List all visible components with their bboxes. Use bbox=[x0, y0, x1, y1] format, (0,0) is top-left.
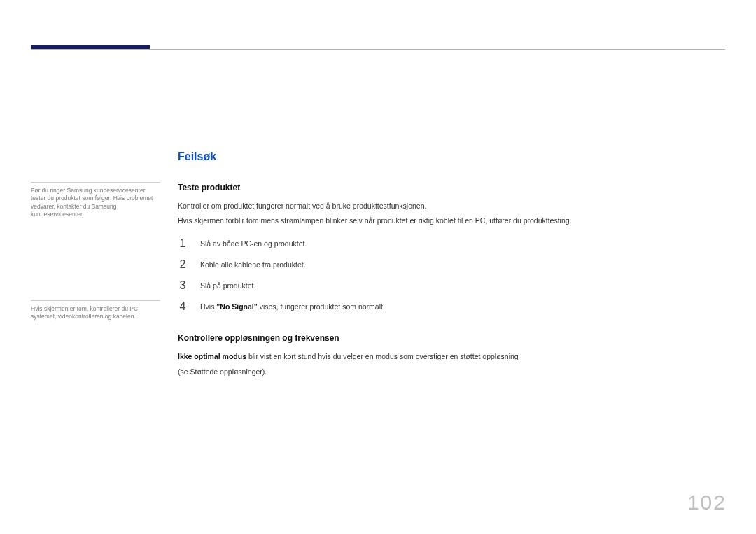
step-item: 2 Koble alle kablene fra produktet. bbox=[178, 259, 725, 270]
step-item: 3 Slå på produktet. bbox=[178, 280, 725, 291]
header-rule bbox=[31, 49, 725, 50]
sidebar-note-text: Før du ringer Samsung kundeservicesenter… bbox=[31, 187, 153, 218]
step-list: 1 Slå av både PC-en og produktet. 2 Kobl… bbox=[178, 238, 725, 312]
step-text-suffix: vises, fungerer produktet som normalt. bbox=[258, 302, 385, 311]
body-paragraph: Hvis skjermen forblir tom mens strømlamp… bbox=[178, 216, 725, 227]
step-item: 1 Slå av både PC-en og produktet. bbox=[178, 238, 725, 249]
step-number: 4 bbox=[178, 301, 188, 312]
body-paragraph: Kontroller om produktet fungerer normalt… bbox=[178, 201, 725, 212]
main-content: Feilsøk Teste produktet Kontroller om pr… bbox=[178, 150, 725, 378]
sidebar-note-text: Hvis skjermen er tom, kontrollerer du PC… bbox=[31, 305, 140, 320]
step-number: 1 bbox=[178, 238, 188, 249]
sidebar-note: Hvis skjermen er tom, kontrollerer du PC… bbox=[31, 300, 160, 325]
section-title: Teste produktet bbox=[178, 183, 725, 192]
sidebar-note: Før du ringer Samsung kundeservicesenter… bbox=[31, 182, 160, 223]
step-text: Hvis "No Signal" vises, fungerer produkt… bbox=[200, 301, 385, 311]
step-item: 4 Hvis "No Signal" vises, fungerer produ… bbox=[178, 301, 725, 312]
section-title: Kontrollere oppløsningen og frekvensen bbox=[178, 333, 725, 343]
step-text-prefix: Hvis bbox=[200, 302, 216, 311]
body-bold: Ikke optimal modus bbox=[178, 352, 246, 360]
page-heading: Feilsøk bbox=[178, 150, 725, 163]
step-number: 2 bbox=[178, 259, 188, 270]
step-text: Koble alle kablene fra produktet. bbox=[200, 259, 306, 269]
sidebar: Før du ringer Samsung kundeservicesenter… bbox=[31, 182, 160, 325]
page-number: 102 bbox=[687, 491, 727, 514]
body-paragraph: Ikke optimal modus blir vist en kort stu… bbox=[178, 351, 725, 363]
page: Før du ringer Samsung kundeservicesenter… bbox=[0, 0, 756, 534]
body-rest: blir vist en kort stund hvis du velger e… bbox=[246, 352, 519, 360]
step-text-bold: "No Signal" bbox=[216, 302, 257, 311]
step-number: 3 bbox=[178, 280, 188, 291]
body-paragraph: (se Støttede oppløsninger). bbox=[178, 367, 725, 378]
step-text: Slå på produktet. bbox=[200, 280, 255, 290]
step-text: Slå av både PC-en og produktet. bbox=[200, 238, 307, 248]
